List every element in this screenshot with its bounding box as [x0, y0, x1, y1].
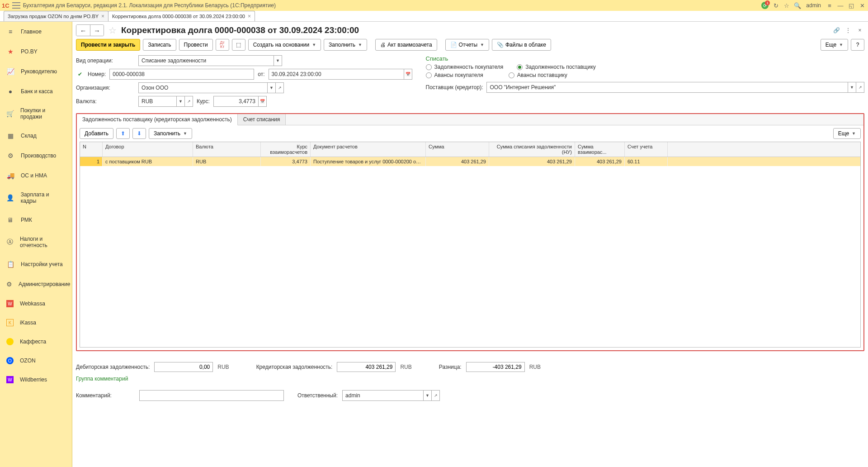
open-icon[interactable]: ↗: [185, 96, 193, 107]
tab-writeoff-account[interactable]: Счет списания: [238, 114, 286, 125]
col-sum-mut[interactable]: Сумма взаиморас...: [575, 142, 625, 157]
add-button[interactable]: Добавить: [80, 128, 113, 139]
sidebar-item-assets[interactable]: 🚚ОС и НМА: [0, 166, 72, 186]
org-select[interactable]: [138, 82, 268, 93]
cell-sum-nu: 403 261,29: [489, 157, 575, 166]
rate-input[interactable]: [213, 96, 259, 107]
fill-grid-button[interactable]: Заполнить▼: [149, 128, 192, 139]
number-input[interactable]: [109, 69, 254, 80]
col-sum[interactable]: Сумма: [426, 142, 489, 157]
comment-group-link[interactable]: Группа комментарий: [76, 376, 128, 382]
col-n[interactable]: N: [80, 142, 103, 157]
radio-supplier-debt[interactable]: Задолженность поставщику: [517, 64, 596, 70]
forward-button[interactable]: →: [90, 25, 104, 36]
currency-select[interactable]: [138, 96, 177, 107]
star-icon[interactable]: ☆: [783, 1, 791, 10]
user-label[interactable]: admin: [806, 2, 821, 9]
close-window-icon[interactable]: ✕: [858, 1, 866, 10]
chevron-down-icon[interactable]: ▼: [848, 82, 856, 93]
tab-supplier-debt[interactable]: Задолженность поставщику (кредиторская з…: [77, 114, 238, 125]
sidebar-item-wildberries[interactable]: WWildberries: [0, 370, 72, 389]
sidebar-item-hr[interactable]: 👤Зарплата и кадры: [0, 186, 72, 210]
dt-kt-button[interactable]: ДтКт: [216, 39, 229, 51]
titlebar: 1C Бухгалтерия для Беларуси, редакция 2.…: [0, 0, 868, 11]
responsible-select[interactable]: [342, 390, 424, 401]
radio-buyer-debt[interactable]: Задолженность покупателя: [426, 64, 504, 70]
save-button[interactable]: Записать: [143, 39, 176, 51]
sidebar-item-rmk[interactable]: 🖥РМК: [0, 210, 72, 230]
sidebar-item-manager[interactable]: 📈Руководителю: [0, 62, 72, 81]
hamburger-icon[interactable]: [12, 2, 20, 9]
menu-dots-icon[interactable]: ⋮: [844, 26, 853, 35]
sidebar-item-ozon[interactable]: ОOZON: [0, 351, 72, 370]
grid-more-button[interactable]: Еще▼: [833, 128, 861, 139]
link-icon[interactable]: 🔗: [832, 26, 841, 35]
more-button[interactable]: Еще▼: [821, 39, 848, 51]
number-label: Номер:: [88, 71, 106, 77]
chevron-down-icon[interactable]: ▼: [424, 390, 432, 401]
radio-supplier-advance[interactable]: Авансы поставщику: [509, 72, 567, 78]
search-icon[interactable]: 🔍: [793, 1, 802, 10]
settings-icon[interactable]: ≡: [826, 1, 834, 10]
debit-input[interactable]: [154, 362, 213, 372]
sidebar-item-ikassa[interactable]: KiKassa: [0, 313, 72, 332]
back-button[interactable]: ←: [76, 25, 90, 36]
sidebar-item-bank[interactable]: ●Банк и касса: [0, 81, 72, 101]
move-down-button[interactable]: ⬇: [132, 128, 146, 139]
structure-button[interactable]: ⬚: [232, 39, 245, 51]
minimize-icon[interactable]: —: [836, 1, 844, 10]
reports-button[interactable]: 📄Отчеты▼: [445, 39, 489, 51]
sidebar-item-taxes[interactable]: ⒶНалоги и отчетность: [0, 230, 72, 254]
chevron-down-icon[interactable]: ▼: [268, 82, 276, 93]
fill-button[interactable]: Заполнить▼: [324, 39, 367, 51]
sidebar-item-label: OZON: [20, 357, 36, 364]
credit-input[interactable]: [337, 362, 396, 372]
post-close-button[interactable]: Провести и закрыть: [76, 39, 140, 51]
chevron-down-icon[interactable]: ▼: [274, 55, 282, 66]
sidebar-item-settings[interactable]: 📋Настройки учета: [0, 254, 72, 274]
open-icon[interactable]: ↗: [276, 82, 284, 93]
notification-icon[interactable]: ⟳ 1: [761, 1, 769, 10]
open-icon[interactable]: ↗: [856, 82, 864, 93]
calendar-icon[interactable]: 📅: [404, 69, 412, 80]
chevron-down-icon[interactable]: ▼: [177, 96, 185, 107]
move-up-button[interactable]: ⬆: [116, 128, 130, 139]
col-currency[interactable]: Валюта: [193, 142, 261, 157]
tab-debt-correction[interactable]: Корректировка долга 0000-000038 от 30.09…: [108, 11, 255, 21]
date-input[interactable]: [269, 69, 404, 80]
radio-buyer-advance[interactable]: Авансы покупателя: [426, 72, 483, 78]
diff-input[interactable]: [466, 362, 525, 372]
sidebar-item-trade[interactable]: 🛒Покупки и продажи: [0, 101, 72, 126]
act-button[interactable]: 🖨Акт взаимозачета: [375, 39, 437, 51]
comment-input[interactable]: [139, 390, 284, 401]
history-icon[interactable]: ↻: [772, 1, 780, 10]
close-icon[interactable]: ×: [101, 13, 104, 19]
help-button[interactable]: ?: [851, 39, 864, 51]
close-icon[interactable]: ×: [248, 13, 251, 19]
posted-icon: ✔: [76, 70, 84, 78]
col-sum-nu[interactable]: Сумма списания задолженности (НУ): [489, 142, 575, 157]
sidebar-item-poby[interactable]: ★PO.BY: [0, 42, 72, 62]
post-button[interactable]: Провести: [179, 39, 213, 51]
sidebar-item-webkassa[interactable]: WWebkassa: [0, 294, 72, 313]
open-icon[interactable]: ↗: [432, 390, 440, 401]
grid-row[interactable]: 1 с поставщиком RUB RUB 3,4773 Поступлен…: [80, 157, 860, 166]
operation-select[interactable]: [138, 55, 274, 66]
col-account[interactable]: Счет учета: [625, 142, 668, 157]
col-rate[interactable]: Курс взаиморасчетов: [261, 142, 311, 157]
sidebar-item-production[interactable]: ⚙Производство: [0, 146, 72, 166]
tab-ozon-load[interactable]: Загрузка продаж OZON по дням PO.BY ×: [4, 11, 108, 21]
maximize-icon[interactable]: ◱: [847, 1, 855, 10]
sidebar-item-kaffesta[interactable]: Каффеста: [0, 332, 72, 351]
files-button[interactable]: 📎Файлы в облаке: [492, 39, 551, 51]
calendar-icon[interactable]: 📅: [259, 96, 267, 107]
supplier-select[interactable]: [486, 82, 848, 93]
col-contract[interactable]: Договор: [103, 142, 193, 157]
col-doc[interactable]: Документ расчетов: [311, 142, 426, 157]
close-icon[interactable]: ×: [855, 26, 864, 35]
sidebar-item-warehouse[interactable]: ▦Склад: [0, 126, 72, 146]
create-based-button[interactable]: Создать на основании▼: [248, 39, 321, 51]
favorite-icon[interactable]: ☆: [108, 25, 117, 36]
sidebar-item-admin[interactable]: ⚙Администрирование: [0, 274, 72, 294]
sidebar-item-main[interactable]: ≡Главное: [0, 22, 72, 42]
